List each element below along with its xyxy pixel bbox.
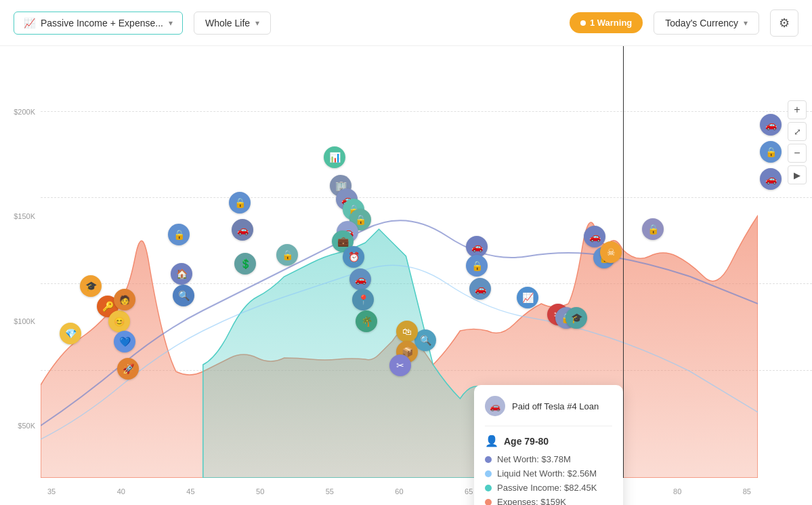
event-icon-grad2[interactable]: 🎓 [565, 307, 587, 329]
y-label-50k: $50K [0, 422, 41, 430]
event-icon-person[interactable]: 🧑 [114, 289, 135, 310]
warning-label: 1 Warning [590, 18, 632, 28]
settings-icon: ⚙ [779, 16, 790, 31]
event-icon-car6[interactable]: 🚗 [469, 278, 491, 300]
event-icon-scissors1[interactable]: ✂ [389, 355, 411, 376]
zoom-in-button[interactable]: + [788, 100, 807, 119]
event-icon-lock6[interactable]: 🔒 [466, 255, 488, 277]
zoom-out-button[interactable]: − [788, 144, 807, 163]
tooltip-event-text: Paid off Tesla #4 Loan [512, 401, 599, 411]
chart-area: $200K $150K $100K $50K [0, 46, 812, 505]
event-icon-home[interactable]: 🏠 [171, 263, 192, 285]
warning-dot [580, 20, 586, 26]
expand-button[interactable]: ⤢ [788, 122, 807, 141]
y-axis: $200K $150K $100K $50K [0, 46, 41, 505]
y-label-200k: $200K [0, 108, 41, 116]
settings-button[interactable]: ⚙ [770, 9, 798, 37]
y-label-150k: $150K [0, 212, 41, 220]
x-axis: 35 40 45 50 55 60 65 70 75 80 85 [41, 478, 758, 505]
tooltip-expenses: Expenses: $159K [485, 497, 612, 505]
event-icon-grad1[interactable]: 🎓 [80, 275, 102, 297]
event-icon-diamond[interactable]: 💎 [60, 323, 81, 344]
right-lock-icon[interactable]: 🔒 [760, 141, 782, 163]
event-icon-car1[interactable]: 🚗 [232, 219, 253, 241]
event-icon-heart[interactable]: 💙 [114, 331, 135, 352]
currency-button[interactable]: Today's Currency ▾ [654, 12, 759, 35]
chart-icon: 📈 [24, 18, 35, 28]
event-icon-dollar[interactable]: 💲 [234, 253, 256, 275]
event-icon-lock1[interactable]: 🔒 [168, 224, 190, 245]
event-icon-chart2[interactable]: 📈 [517, 287, 538, 308]
warning-button[interactable]: 1 Warning [570, 12, 643, 33]
event-icon-pin[interactable]: 📍 [352, 289, 374, 310]
event-icon-lock3[interactable]: 🔒 [276, 244, 298, 266]
currency-chevron: ▾ [744, 18, 748, 28]
event-icon-car4[interactable]: 🚗 [349, 268, 371, 290]
event-icon-lock9[interactable]: 🔒 [642, 218, 664, 240]
x-label-60: 60 [395, 487, 403, 496]
tooltip-net-worth: Net Worth: $3.78M [485, 454, 612, 464]
tooltip-event: 🚗 Paid off Tesla #4 Loan [485, 396, 612, 416]
tooltip-box: 🚗 Paid off Tesla #4 Loan 👤 Age 79-80 Net… [474, 385, 623, 505]
x-label-35: 35 [47, 487, 56, 496]
tooltip-age: 👤 Age 79-80 [485, 435, 612, 447]
event-icon-palm[interactable]: 🌴 [356, 310, 377, 332]
x-label-50: 50 [256, 487, 264, 496]
x-label-65: 65 [465, 487, 473, 496]
x-label-80: 80 [673, 487, 681, 496]
event-icon-clock[interactable]: ⏰ [343, 246, 364, 268]
event-icon-search1[interactable]: 🔍 [173, 285, 194, 306]
currency-label: Today's Currency [665, 18, 738, 28]
x-label-55: 55 [326, 487, 334, 496]
event-icon-lock2[interactable]: 🔒 [229, 192, 251, 214]
scroll-button[interactable]: ▶ [788, 165, 807, 184]
y-label-100k: $100K [0, 317, 41, 325]
right-car-icon-1[interactable]: 🚗 [760, 114, 782, 136]
chart-selector-chevron: ▾ [169, 18, 173, 28]
timeframe-chevron: ▾ [255, 18, 259, 28]
top-bar: 📈 Passive Income + Expense... ▾ Whole Li… [0, 0, 812, 46]
zoom-controls: + ⤢ − ▶ [788, 100, 807, 184]
event-icon-rocket[interactable]: 🚀 [117, 358, 139, 380]
right-icon-panel: 🚗 🔒 🚗 [760, 114, 782, 190]
right-car-icon-2[interactable]: 🚗 [760, 168, 782, 190]
current-age-line [623, 46, 624, 478]
chart-selector-label: Passive Income + Expense... [41, 18, 163, 28]
x-label-40: 40 [117, 487, 125, 496]
event-icon-skull[interactable]: ☠ [600, 241, 622, 263]
x-label-85: 85 [743, 487, 751, 496]
event-icon-bag[interactable]: 🛍 [396, 321, 418, 342]
tooltip-passive-income: Passive Income: $82.45K [485, 483, 612, 493]
timeframe-label: Whole Life [205, 18, 250, 28]
event-icon-chart[interactable]: 📊 [324, 146, 345, 168]
tooltip-event-icon: 🚗 [485, 396, 505, 416]
chart-selector-button[interactable]: 📈 Passive Income + Expense... ▾ [14, 12, 183, 35]
tooltip-liquid-net-worth: Liquid Net Worth: $2.56M [485, 468, 612, 479]
event-icon-smiley[interactable]: 😊 [108, 310, 130, 332]
timeframe-button[interactable]: Whole Life ▾ [194, 12, 271, 35]
event-icon-car7[interactable]: 🚗 [584, 226, 605, 247]
chart-svg [41, 46, 758, 478]
x-label-45: 45 [186, 487, 194, 496]
